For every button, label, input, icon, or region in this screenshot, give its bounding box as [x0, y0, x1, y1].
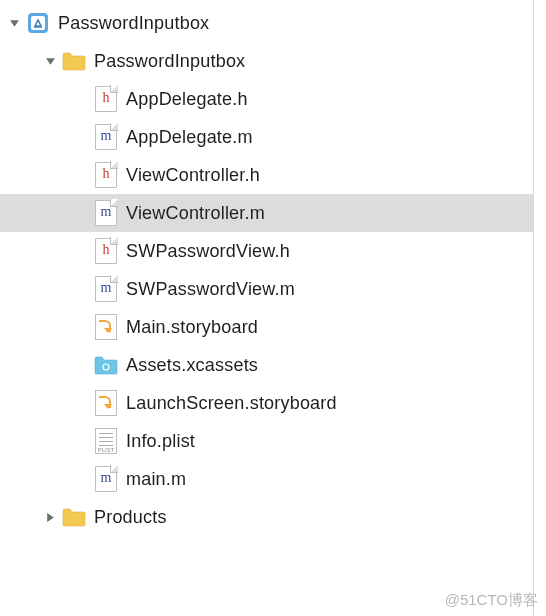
folder-icon: [62, 49, 86, 73]
file-label: Assets.xcassets: [126, 355, 258, 376]
tree-row-file[interactable]: m AppDelegate.m: [0, 118, 533, 156]
tree-row-group[interactable]: PasswordInputbox: [0, 42, 533, 80]
project-navigator[interactable]: PasswordInputbox PasswordInputbox h AppD…: [0, 0, 534, 616]
impl-file-icon: m: [94, 467, 118, 491]
tree-row-file[interactable]: LaunchScreen.storyboard: [0, 384, 533, 422]
tree-row-file[interactable]: Main.storyboard: [0, 308, 533, 346]
svg-marker-0: [10, 20, 19, 27]
svg-marker-6: [47, 513, 54, 522]
tree-row-file-selected[interactable]: m ViewController.m: [0, 194, 533, 232]
header-file-icon: h: [94, 239, 118, 263]
file-label: ViewController.h: [126, 165, 260, 186]
header-file-icon: h: [94, 87, 118, 111]
impl-file-icon: m: [94, 201, 118, 225]
file-label: Main.storyboard: [126, 317, 258, 338]
assets-folder-icon: [94, 353, 118, 377]
storyboard-icon: [94, 391, 118, 415]
svg-marker-4: [46, 58, 55, 65]
tree-row-file[interactable]: h AppDelegate.h: [0, 80, 533, 118]
disclosure-triangle-expanded[interactable]: [6, 18, 22, 29]
file-label: SWPasswordView.m: [126, 279, 295, 300]
plist-file-icon: PLIST: [94, 429, 118, 453]
group-label: Products: [94, 507, 167, 528]
storyboard-icon: [94, 315, 118, 339]
tree-row-project[interactable]: PasswordInputbox: [0, 4, 533, 42]
tree-row-file[interactable]: m main.m: [0, 460, 533, 498]
watermark-text: @51CTO博客: [445, 591, 538, 610]
impl-file-icon: m: [94, 125, 118, 149]
tree-row-file[interactable]: Assets.xcassets: [0, 346, 533, 384]
file-label: SWPasswordView.h: [126, 241, 290, 262]
file-label: AppDelegate.m: [126, 127, 253, 148]
file-label: main.m: [126, 469, 186, 490]
tree-row-file[interactable]: h SWPasswordView.h: [0, 232, 533, 270]
project-label: PasswordInputbox: [58, 13, 209, 34]
tree-row-file[interactable]: PLIST Info.plist: [0, 422, 533, 460]
tree-row-file[interactable]: m SWPasswordView.m: [0, 270, 533, 308]
xcode-project-icon: [26, 11, 50, 35]
tree-row-file[interactable]: h ViewController.h: [0, 156, 533, 194]
header-file-icon: h: [94, 163, 118, 187]
tree-row-group-products[interactable]: Products: [0, 498, 533, 536]
disclosure-triangle-expanded[interactable]: [42, 56, 58, 67]
file-label: Info.plist: [126, 431, 195, 452]
file-label: ViewController.m: [126, 203, 265, 224]
group-label: PasswordInputbox: [94, 51, 245, 72]
disclosure-triangle-collapsed[interactable]: [42, 512, 58, 523]
impl-file-icon: m: [94, 277, 118, 301]
folder-icon: [62, 505, 86, 529]
svg-rect-2: [31, 16, 45, 30]
file-label: AppDelegate.h: [126, 89, 248, 110]
file-label: LaunchScreen.storyboard: [126, 393, 337, 414]
